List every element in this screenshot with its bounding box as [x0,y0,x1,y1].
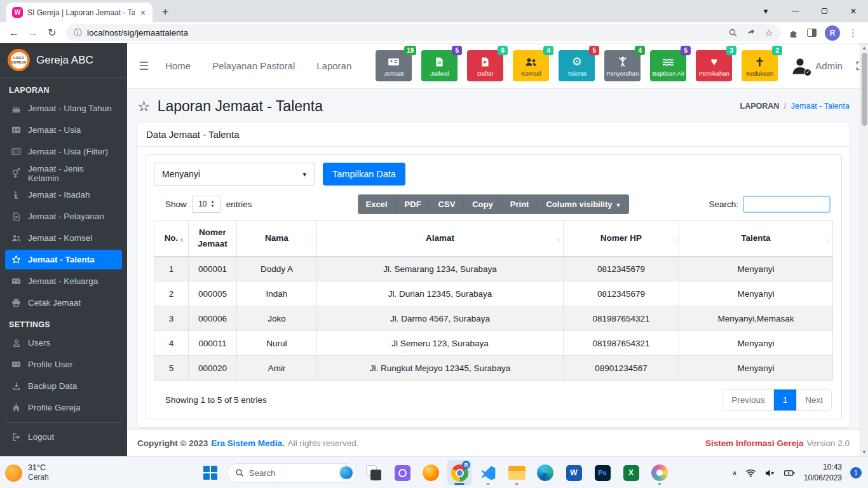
card-jemaat[interactable]: 19 Jemaat [376,50,412,81]
reload-icon[interactable]: ↻ [43,24,61,42]
sidebar-item-cetak-jemaat[interactable]: Cetak Jemaat [5,293,122,313]
card-baptisan-air[interactable]: 5 Baptisan Air [650,50,686,81]
forward-icon[interactable]: → [24,24,42,42]
restore-button[interactable] [810,0,839,22]
header-alamat[interactable]: Alamat↑↓ [317,221,564,257]
print-button[interactable]: Print [501,194,538,214]
address-bar[interactable]: ⓘ localhost/sig/jemaattalenta ☆ [66,24,781,41]
cell-nomer-jemaat: 000011 [189,331,237,356]
excel-icon[interactable]: X [619,460,643,485]
side-panel-icon[interactable] [807,29,817,37]
video-app-icon[interactable] [390,460,414,485]
battery-charging-icon[interactable] [783,468,796,478]
bing-icon[interactable] [339,466,353,480]
bookmark-star-icon[interactable]: ☆ [765,27,773,39]
vscode-icon[interactable] [476,460,500,485]
scrollbar-thumb[interactable] [862,53,867,126]
browser-tab[interactable]: W SI Gereja | Laporan Jemaat - Tale × [6,3,153,22]
minimize-button[interactable] [780,0,810,22]
page-length-control: Show 10 ▲▼ entries [165,196,252,213]
browser-menu-icon[interactable]: ⋮ [848,27,858,39]
share-icon[interactable] [747,28,756,37]
card-pernikahan[interactable]: 3 ♥ Pernikahan [696,50,732,81]
sidebar-item-jemaat-pelayanan[interactable]: P Jemaat - Pelayanan [5,207,122,226]
previous-page-button[interactable]: Previous [723,390,773,410]
header-nama[interactable]: Nama↑↓ [237,221,317,257]
card-kedukaan[interactable]: 2 Kedukaan [742,50,778,81]
nav-link-home[interactable]: Home [165,60,191,71]
sidebar-item-backup-data[interactable]: Backup Data [5,376,122,396]
header-nomer-hp[interactable]: Nomer HP↑↓ [564,221,679,257]
wifi-icon[interactable] [745,468,756,478]
card-penyerahan[interactable]: 4 Penyerahan [604,50,641,81]
card-daftar[interactable]: 6 P Daftar [467,50,503,81]
sidebar-item-jemaat-keluarga[interactable]: Jemaat - Keluarga [5,271,122,291]
sidebar-brand[interactable]: LOGOGEREJA Gereja ABC [0,43,127,78]
talenta-filter-select[interactable]: Menyanyi ▾ [154,163,315,186]
new-tab-button[interactable]: + [156,3,174,21]
card-komsel[interactable]: 4 Komsel [513,50,549,81]
sidebar-item-profile-user[interactable]: Profile User [5,355,122,374]
excel-button[interactable]: Excel [358,194,396,214]
nav-link-pelayanan-pastoral[interactable]: Pelayanan Pastoral [212,60,295,71]
word-icon[interactable]: W [562,460,586,485]
header-nomer-jemaat[interactable]: Nomer Jemaat↑↓ [189,221,237,257]
extensions-puzzle-icon[interactable] [789,28,799,38]
page-1-button[interactable]: 1 [773,390,797,410]
zoom-icon[interactable] [728,28,738,37]
sidebar-item-jemaat-ibadah[interactable]: Jemaat - Ibadah [5,185,122,205]
nav-link-laporan[interactable]: Laporan [316,60,351,71]
site-info-icon[interactable]: ⓘ [74,27,82,39]
weather-widget[interactable]: 31°C Cerah [5,457,49,488]
chrome-icon[interactable]: R [447,460,471,485]
page-length-select[interactable]: 10 ▲▼ [192,196,221,213]
next-page-button[interactable]: Next [796,390,831,410]
column-visibility-button[interactable]: Column visibility▼ [537,194,629,214]
start-button[interactable] [198,460,222,485]
tab-search-chevron-icon[interactable]: ▾ [751,0,780,22]
badge-penyerahan: 4 [635,46,645,55]
export-buttons: Excel PDF CSV Copy Print Column visibili… [358,194,630,214]
header-talenta[interactable]: Talenta↑↓ [679,221,833,257]
user-menu[interactable]: ✓ Admin [790,57,843,76]
copy-button[interactable]: Copy [463,194,501,214]
photoshop-icon[interactable]: Ps [590,460,614,485]
browser-profile-avatar[interactable]: R [825,25,840,41]
close-button[interactable]: × [839,0,868,22]
sidebar-item-jemaat-usia[interactable]: Jemaat - Usia [5,120,122,140]
pdf-button[interactable]: PDF [396,194,430,214]
sidebar-item-jemaat-jenis-kelamin[interactable]: ⚥ Jemaat - Jenis Kelamin [5,163,122,183]
card-talenta[interactable]: 5 ⚙ Talenta [559,50,595,81]
tray-chevron-icon[interactable]: ∧ [732,469,737,477]
tab-close-icon[interactable]: × [139,8,147,18]
task-view-icon[interactable] [362,460,386,485]
card-jadwal[interactable]: 5 Jadwal [421,50,458,81]
scroll-down-arrow-icon[interactable]: ▼ [860,447,868,456]
scroll-up-arrow-icon[interactable]: ▲ [860,43,868,52]
firefox-icon[interactable] [419,460,443,485]
page-scrollbar[interactable]: ▲ ▼ [860,43,868,456]
tampilkan-data-button[interactable]: Tampilkan Data [323,163,405,186]
breadcrumb-current[interactable]: Jemaat - Talenta [791,102,850,111]
hamburger-menu-icon[interactable]: ☰ [139,59,149,73]
sidebar-item-jemaat-talenta[interactable]: Jemaat - Talenta [5,250,122,269]
notification-badge[interactable]: 1 [850,467,862,478]
sidebar-item-users[interactable]: Users [5,333,122,353]
volume-muted-icon[interactable] [764,468,775,478]
sidebar-item-jemaat-ulang-tahun[interactable]: Jemaat - Ulang Tahun [5,98,122,118]
back-icon[interactable]: ← [5,24,23,42]
taskbar-search[interactable]: Search [227,463,357,483]
header-no[interactable]: No.↑↓ [154,221,189,257]
file-explorer-icon[interactable] [505,460,529,485]
csv-button[interactable]: CSV [430,194,464,214]
company-link[interactable]: Era Sistem Media. [211,438,285,448]
clock[interactable]: 10:43 10/06/2023 [804,462,842,484]
search-input[interactable] [743,196,831,213]
edge-icon[interactable] [533,460,557,485]
sidebar-item-profile-gereja[interactable]: Profile Gereja [5,398,122,417]
sidebar-item-jemaat-usia-filter[interactable]: Jemaat - Usia (Filter) [5,142,122,161]
sidebar-divider [5,422,122,423]
sidebar-item-jemaat-komsel[interactable]: Jemaat - Komsel [5,228,122,248]
sidebar-item-logout[interactable]: Logout [5,427,122,447]
paint-app-icon[interactable] [648,460,672,485]
